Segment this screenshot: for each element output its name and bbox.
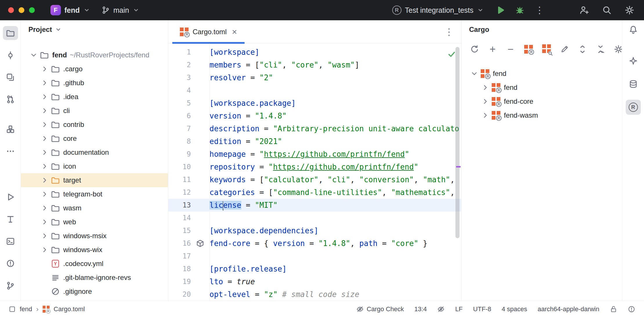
project-tree-item[interactable]: icon — [21, 159, 168, 173]
chevron-right-icon[interactable] — [39, 246, 50, 254]
code-line[interactable]: 12categories = ["command-line-utilities"… — [168, 186, 461, 199]
project-tree-item[interactable]: windows-wix — [21, 243, 168, 257]
chevron-right-icon[interactable] — [480, 98, 491, 105]
copy-toolwindow-button[interactable] — [3, 70, 18, 84]
code-line[interactable]: 10repository = "https://github.com/print… — [168, 161, 461, 173]
code-line[interactable]: 9homepage = "https://github.com/printfn/… — [168, 148, 461, 161]
edit-cargo-toml-button[interactable] — [560, 43, 569, 55]
readonly-toggle[interactable] — [610, 305, 617, 313]
chevron-right-icon[interactable] — [39, 218, 50, 226]
expand-all-button[interactable] — [578, 43, 587, 55]
project-panel-header[interactable]: Project — [21, 20, 168, 39]
code-line[interactable]: 5[workspace.package] — [168, 97, 461, 110]
project-tree-item[interactable]: Y.codecov.yml — [21, 257, 168, 271]
database-toolwindow-button[interactable] — [626, 76, 641, 92]
code-line[interactable]: 4 — [168, 84, 461, 97]
linter-widget[interactable]: Cargo Check — [356, 305, 404, 313]
close-tab-button[interactable]: × — [232, 28, 237, 36]
commit-toolwindow-button[interactable] — [3, 48, 18, 62]
chevron-right-icon[interactable] — [39, 65, 50, 73]
cargo-features-button[interactable]: R — [524, 43, 533, 55]
code-line[interactable]: 7description = "Arbitrary-precision unit… — [168, 122, 461, 135]
ai-assistant-toolwindow-button[interactable] — [626, 53, 641, 68]
inspections-widget[interactable] — [447, 50, 456, 59]
debug-button[interactable] — [513, 4, 526, 17]
project-tree-item[interactable]: telegram-bot — [21, 187, 168, 201]
zoom-window-button[interactable] — [29, 7, 35, 13]
structure-toolwindow-button[interactable] — [3, 122, 18, 136]
code-with-me-button[interactable] — [578, 4, 591, 17]
editor-scrollbar[interactable] — [455, 47, 460, 238]
chevron-down-icon[interactable] — [469, 70, 480, 77]
code-line[interactable]: 8edition = "2021" — [168, 135, 461, 148]
run-button[interactable] — [494, 4, 506, 17]
chevron-right-icon[interactable] — [39, 79, 50, 87]
cargo-tree-item[interactable]: Rfend-core — [462, 94, 622, 108]
code-line[interactable]: 1[workspace] — [168, 46, 461, 59]
close-window-button[interactable] — [8, 7, 14, 13]
settings-button[interactable] — [623, 4, 636, 17]
chevron-right-icon[interactable] — [39, 107, 50, 114]
more-toolwindows-button[interactable] — [3, 144, 18, 158]
more-actions-button[interactable]: ⋮ — [533, 4, 546, 17]
run-toolwindow-button[interactable] — [3, 190, 18, 204]
project-tree-item[interactable]: .github — [21, 76, 168, 90]
code-line[interactable]: 2members = ["cli", "core", "wasm"] — [168, 59, 461, 71]
project-tree-item[interactable]: wasm — [21, 201, 168, 215]
detach-cargo-project-button[interactable]: − — [506, 43, 515, 55]
project-tree-item[interactable]: contrib — [21, 118, 168, 132]
project-tree-item[interactable]: core — [21, 132, 168, 145]
chevron-right-icon[interactable] — [480, 84, 491, 91]
project-tree-item[interactable]: target — [21, 173, 168, 187]
code-line[interactable]: 3resolver = "2" — [168, 71, 461, 84]
code-line[interactable]: 15[workspace.dependencies] — [168, 224, 461, 237]
chevron-right-icon[interactable] — [39, 190, 50, 198]
project-widget[interactable]: F fend — [48, 3, 93, 18]
notifications-indicator[interactable] — [628, 305, 635, 313]
chevron-right-icon[interactable] — [39, 149, 50, 156]
toolchain-widget[interactable]: aarch64-apple-darwin — [538, 305, 599, 313]
chevron-down-icon[interactable] — [28, 51, 39, 59]
chevron-right-icon[interactable] — [39, 93, 50, 101]
pull-requests-toolwindow-button[interactable] — [3, 92, 18, 106]
breadcrumb-project[interactable]: fend — [20, 305, 32, 313]
minimize-window-button[interactable] — [19, 7, 24, 13]
code-line[interactable]: 19lto = true — [168, 275, 461, 288]
project-tree-item[interactable]: web — [21, 215, 168, 229]
indent-widget[interactable]: 4 spaces — [502, 305, 527, 313]
encoding-widget[interactable]: UTF-8 — [473, 305, 491, 313]
line-separator-widget[interactable]: LF — [455, 305, 463, 313]
project-tree-item[interactable]: documentation — [21, 145, 168, 159]
services-toolwindow-button[interactable] — [3, 212, 18, 226]
code-line[interactable]: 6version = "1.4.8" — [168, 110, 461, 122]
chevron-right-icon[interactable] — [39, 204, 50, 212]
code-line[interactable]: 13license = "MIT" — [168, 199, 461, 212]
search-everywhere-button[interactable] — [600, 4, 613, 17]
chevron-right-icon[interactable] — [39, 163, 50, 170]
code-line[interactable]: 17 — [168, 250, 461, 263]
project-tree-item[interactable]: .git-blame-ignore-revs — [21, 271, 168, 285]
collapse-all-button[interactable] — [596, 43, 605, 55]
cargo-tree-item[interactable]: Rfend — [462, 67, 622, 81]
cargo-toolwindow-button[interactable]: R — [626, 100, 641, 115]
notifications-button[interactable] — [626, 22, 641, 37]
chevron-right-icon[interactable] — [39, 176, 50, 184]
code-line[interactable]: 16fend-core = { version = "1.4.8", path … — [168, 237, 461, 250]
code-line[interactable]: 20opt-level = "z" # small code size — [168, 288, 461, 301]
project-tree-item[interactable]: fend~/RustRoverProjects/fend — [21, 48, 168, 62]
tab-cargo-toml[interactable]: R Cargo.toml × — [172, 20, 245, 43]
project-toolwindow-button[interactable] — [3, 26, 18, 40]
refresh-cargo-projects-button[interactable] — [470, 43, 480, 55]
cargo-tree-item[interactable]: Rfend-wasm — [462, 108, 622, 122]
problems-toolwindow-button[interactable] — [3, 256, 18, 270]
code-line[interactable]: 11keywords = ["calculator", "cli", "conv… — [168, 173, 461, 186]
code-line[interactable]: 14 — [168, 212, 461, 224]
chevron-right-icon[interactable] — [480, 112, 491, 119]
chevron-right-icon[interactable] — [39, 135, 50, 142]
branch-widget[interactable]: main — [98, 3, 142, 17]
chevron-right-icon[interactable] — [39, 232, 50, 240]
cargo-tree-item[interactable]: Rfend — [462, 81, 622, 94]
project-tree-item[interactable]: windows-msix — [21, 229, 168, 243]
editor-body[interactable]: 1[workspace]2members = ["cli", "core", "… — [168, 43, 461, 301]
version-control-toolwindow-button[interactable] — [3, 279, 18, 293]
